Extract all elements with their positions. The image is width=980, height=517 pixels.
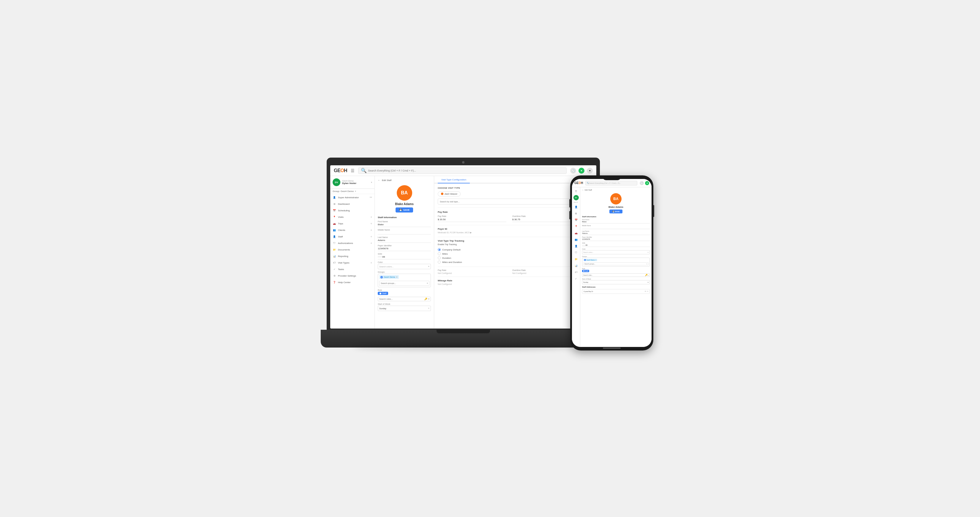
sidebar-label-documents: Documents: [338, 248, 372, 251]
radio-dot-miles-duration: [438, 260, 441, 263]
visit-type-chip-label: A&D Waiver: [445, 193, 457, 195]
radio-miles-duration[interactable]: Miles and Duration: [438, 260, 581, 263]
tab-visit-type-config[interactable]: Visit Type Configuration: [438, 176, 470, 183]
phone-groups-search-input[interactable]: [584, 263, 646, 265]
sidebar-label-provider-settings: Provider Settings: [338, 274, 372, 277]
phone-save-label: SAVE: [615, 211, 620, 213]
phone-group-remove[interactable]: ×: [595, 259, 597, 261]
phone-roles-search-input[interactable]: [583, 274, 645, 276]
visit-types-plus[interactable]: +: [370, 261, 372, 265]
sidebar-item-reporting[interactable]: 📊 Reporting: [330, 253, 374, 259]
phone-sidebar-visit-types[interactable]: 🏷: [573, 270, 579, 275]
trips-plus[interactable]: +: [370, 222, 372, 225]
history-icon[interactable]: 🕐: [570, 168, 576, 174]
sidebar-item-visits[interactable]: 📍 Visits +: [330, 214, 374, 220]
sidebar-item-visit-types[interactable]: 🏷 Visit Types +: [330, 259, 374, 266]
sidebar-item-trips[interactable]: 🚗 Trips +: [330, 220, 374, 227]
sidebar-item-help-center[interactable]: ❓ Help Center: [330, 279, 374, 285]
groups-search-input[interactable]: [381, 282, 427, 285]
search-bar[interactable]: 🔍: [358, 167, 566, 174]
user-chevron[interactable]: ▾: [371, 181, 372, 184]
search-input[interactable]: [368, 169, 564, 172]
laptop-camera: [462, 161, 465, 163]
phone-save-button[interactable]: 💾 SAVE: [609, 209, 623, 213]
visit-type-chip[interactable]: A&D Waiver: [438, 192, 461, 197]
sidebar-item-clients[interactable]: 👥 Clients +: [330, 227, 374, 233]
phone-sidebar: ☰ DV Geoh D.. 👤 ⊞ 📅 📍 🚗 👥 👤 🛡 📁 📊 🏷 ✓: [572, 187, 580, 347]
sidebar-item-documents[interactable]: 📁 Documents: [330, 246, 374, 253]
phone-address-close-icon[interactable]: ×: [647, 290, 648, 293]
phone-start-week-chevron: ▾: [648, 281, 649, 283]
phone-save-icon: 💾: [612, 211, 614, 213]
phone-sidebar-documents[interactable]: 📁: [573, 257, 579, 262]
color-select[interactable]: Search colors... ▾: [378, 264, 431, 269]
phone-sidebar-super-admin[interactable]: 👤: [573, 204, 579, 209]
trips-icon: 🚗: [332, 222, 336, 225]
tasks-icon: ✓: [332, 267, 336, 271]
radio-duration[interactable]: Duration: [438, 257, 581, 259]
phone-sidebar-trips[interactable]: 🚗: [573, 230, 579, 236]
back-arrow[interactable]: ←: [378, 179, 380, 182]
pay-rate-section: Pay Rate Pay Rate $ 20.50 Overtime Rate: [438, 208, 581, 222]
phone-sidebar-avatar: DV: [573, 195, 579, 200]
sidebar-item-super-admin[interactable]: 👤 Super Administrator ▾▾: [330, 194, 374, 201]
phone-sidebar-clients[interactable]: 👥: [573, 237, 579, 242]
visit-search-input[interactable]: [438, 198, 581, 205]
radio-company-default[interactable]: Company Default: [438, 248, 581, 251]
dropdown-icon[interactable]: ▾: [587, 168, 593, 174]
avatar: DV: [332, 178, 340, 186]
save-button[interactable]: 💾 SAVE: [396, 208, 413, 213]
staff-plus[interactable]: +: [370, 235, 372, 238]
phone-sidebar-visits[interactable]: 📍: [573, 224, 579, 229]
sidebar-item-scheduling[interactable]: 📅 Scheduling: [330, 207, 374, 214]
group-remove-icon[interactable]: ×: [396, 276, 398, 278]
start-week-select[interactable]: Sunday ▾: [378, 306, 431, 311]
clients-plus[interactable]: +: [370, 228, 372, 232]
phone-sidebar-reporting[interactable]: 📊: [573, 263, 579, 268]
roles-search-input[interactable]: [379, 298, 423, 300]
auth-plus[interactable]: +: [370, 241, 372, 245]
scheduling-icon: 📅: [332, 209, 336, 212]
phone-sidebar-scheduling[interactable]: 📅: [573, 217, 579, 223]
mileage-section: Mileage Rate Not Configured: [438, 277, 581, 285]
not-config-row: Pay Rate Not Configured Overtime Rate No…: [438, 269, 581, 274]
sidebar-item-authorizations[interactable]: 🛡 Authorizations +: [330, 240, 374, 246]
payer-hint[interactable]: Medicaid ID, FCGR Number, MCO ▶: [438, 232, 581, 234]
phone-payer-id-label: Payer Identifier: [582, 236, 650, 238]
phone-sidebar-dashboard[interactable]: ⊞: [573, 211, 579, 216]
role-label: Role: [378, 289, 431, 291]
phone-hamburger[interactable]: ☰: [573, 189, 579, 194]
phone-address-edit-icon[interactable]: ✏: [645, 290, 646, 293]
phone-search-bar[interactable]: 🔍 Search Everything (Ctrl + F / Cmd + F)…: [585, 181, 637, 186]
phone-roles-chevron: ▾: [648, 274, 649, 276]
roles-search-row[interactable]: 🔑 ▾: [378, 297, 431, 301]
roles-chevron-icon: ▾: [428, 298, 430, 300]
save-label: SAVE: [403, 209, 409, 211]
phone-sidebar-staff[interactable]: 👤: [573, 243, 579, 249]
phone-user-status-icon[interactable]: ●: [645, 181, 649, 185]
start-week-label: Start of Week: [378, 303, 431, 305]
phone-home-bar: [603, 347, 620, 349]
phone-history-icon[interactable]: 🕐: [640, 181, 644, 185]
phone-back-arrow[interactable]: ←: [582, 189, 584, 191]
sidebar-label-help: Help Center: [338, 281, 372, 284]
phone-color-select[interactable]: Search colors... ▾: [582, 250, 650, 254]
sidebar-item-tasks[interactable]: ✓ Tasks: [330, 266, 374, 273]
phone-sidebar-auth[interactable]: 🛡: [573, 250, 579, 255]
sidebar-item-provider-settings[interactable]: ⚙ Provider Settings: [330, 273, 374, 279]
phone-staff-avatar: BA: [610, 193, 622, 205]
phone-search-text: Search Everything (Ctrl + F / Cmd + F)..…: [589, 182, 621, 184]
user-status-icon[interactable]: ●: [579, 168, 584, 174]
phone-roles-search-row[interactable]: 🔑 ▾: [582, 273, 650, 277]
phone-sidebar-tasks[interactable]: ✓: [573, 276, 579, 281]
sidebar-item-dashboard[interactable]: ⊞ Dashboard: [330, 201, 374, 207]
phone-start-week-select[interactable]: Sunday ▾: [582, 280, 650, 284]
laptop-screen: GEOH ☰ 🔍 🕐 ● ▾: [330, 165, 596, 328]
sidebar-label-visits: Visits: [338, 216, 369, 219]
sidebar-item-staff[interactable]: 👤 Staff +: [330, 233, 374, 240]
group-chevron[interactable]: ▾: [355, 190, 356, 193]
start-week-chevron: ▾: [428, 307, 430, 309]
radio-miles[interactable]: Miles: [438, 252, 581, 255]
hamburger-icon[interactable]: ☰: [351, 168, 355, 173]
visits-plus[interactable]: +: [370, 216, 372, 219]
